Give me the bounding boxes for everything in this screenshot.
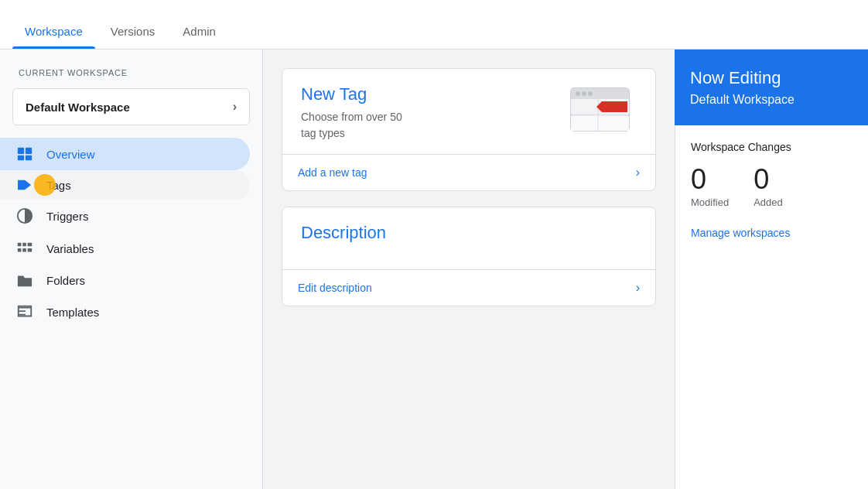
new-tag-card-top: New Tag Choose from over 50tag types xyxy=(282,69,655,154)
svg-rect-5 xyxy=(18,243,22,247)
new-tag-illustration xyxy=(567,84,637,138)
templates-label: Templates xyxy=(46,306,99,319)
sidebar-item-overview[interactable]: Overview xyxy=(0,138,250,170)
triggers-icon xyxy=(12,207,37,224)
new-tag-card: New Tag Choose from over 50tag types xyxy=(282,68,656,191)
sidebar-item-variables[interactable]: Variables xyxy=(0,232,250,265)
sidebar: CURRENT WORKSPACE Default Workspace › Ov… xyxy=(0,50,263,489)
added-stat: 0 Added xyxy=(754,166,783,208)
folders-icon xyxy=(12,272,37,288)
svg-rect-17 xyxy=(571,99,598,115)
description-card-title: Description xyxy=(301,223,386,243)
variables-icon xyxy=(12,240,37,257)
tab-workspace[interactable]: Workspace xyxy=(12,9,95,49)
svg-point-15 xyxy=(582,91,586,96)
description-card-top: Description xyxy=(282,207,655,269)
added-count: 0 xyxy=(754,166,783,193)
now-editing-banner: Now Editing Default Workspace xyxy=(675,50,868,125)
workspace-selector-chevron: › xyxy=(233,100,237,114)
workspace-changes-panel: Workspace Changes 0 Modified 0 Added Man… xyxy=(675,125,868,489)
edit-description-chevron: › xyxy=(636,281,640,295)
main-layout: CURRENT WORKSPACE Default Workspace › Ov… xyxy=(0,50,868,489)
svg-rect-6 xyxy=(22,243,26,247)
now-editing-title: Now Editing xyxy=(690,68,853,88)
variables-label: Variables xyxy=(46,242,94,255)
new-tag-card-subtitle: Choose from over 50tag types xyxy=(301,109,402,142)
edit-description-label: Edit description xyxy=(298,282,372,294)
sidebar-item-templates[interactable]: Templates xyxy=(0,296,250,328)
overview-label: Overview xyxy=(46,148,95,161)
tags-badge xyxy=(34,174,56,196)
modified-count: 0 xyxy=(691,166,729,193)
svg-rect-1 xyxy=(26,148,32,154)
now-editing-workspace-name: Default Workspace xyxy=(690,93,853,107)
changes-stats: 0 Modified 0 Added xyxy=(691,166,853,208)
description-card: Description Edit description › xyxy=(282,207,656,306)
svg-rect-7 xyxy=(28,243,32,247)
workspace-selector[interactable]: Default Workspace › xyxy=(12,88,250,125)
modified-label: Modified xyxy=(691,197,729,208)
svg-rect-10 xyxy=(28,248,32,252)
edit-description-action[interactable]: Edit description › xyxy=(282,269,655,306)
add-new-tag-action[interactable]: Add a new tag › xyxy=(282,154,655,190)
new-tag-card-info: New Tag Choose from over 50tag types xyxy=(301,84,402,142)
right-panel: Now Editing Default Workspace Workspace … xyxy=(675,50,868,489)
sidebar-item-folders[interactable]: Folders xyxy=(0,265,250,296)
workspace-selector-name: Default Workspace xyxy=(26,101,130,114)
svg-point-16 xyxy=(588,91,593,96)
svg-rect-9 xyxy=(22,248,26,252)
tab-admin[interactable]: Admin xyxy=(170,9,228,49)
top-nav: Workspace Versions Admin xyxy=(0,0,868,50)
triggers-label: Triggers xyxy=(46,210,88,223)
sidebar-item-triggers[interactable]: Triggers xyxy=(0,200,250,232)
tab-versions[interactable]: Versions xyxy=(98,9,168,49)
manage-workspaces-link[interactable]: Manage workspaces xyxy=(691,227,853,239)
content-area: New Tag Choose from over 50tag types xyxy=(263,50,675,489)
add-new-tag-chevron: › xyxy=(636,166,640,180)
modified-stat: 0 Modified xyxy=(691,166,729,208)
new-tag-card-title: New Tag xyxy=(301,84,402,104)
current-workspace-label: CURRENT WORKSPACE xyxy=(0,62,262,84)
sidebar-item-tags[interactable]: Tags xyxy=(0,170,250,200)
svg-rect-0 xyxy=(18,148,24,154)
overview-icon xyxy=(12,145,37,162)
add-new-tag-label: Add a new tag xyxy=(298,166,367,179)
svg-rect-2 xyxy=(18,156,24,160)
svg-marker-22 xyxy=(596,101,627,112)
svg-rect-8 xyxy=(18,248,22,252)
svg-rect-3 xyxy=(26,156,32,160)
svg-point-14 xyxy=(576,91,580,96)
workspace-changes-title: Workspace Changes xyxy=(691,141,853,153)
templates-icon xyxy=(12,303,37,320)
folders-label: Folders xyxy=(46,274,85,287)
svg-rect-19 xyxy=(571,116,629,131)
added-label: Added xyxy=(754,197,783,208)
